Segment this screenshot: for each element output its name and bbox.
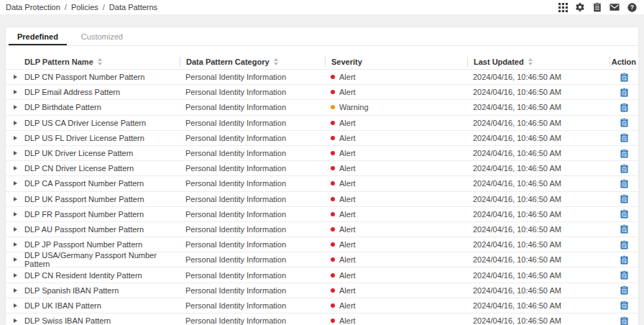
table-row: DLP Email Address Pattern Personal Ident…	[6, 84, 638, 99]
copy-action-button[interactable]	[620, 73, 628, 82]
expand-caret-icon[interactable]	[14, 257, 17, 262]
severity-label: Alert	[339, 88, 356, 96]
severity-label: Alert	[339, 73, 356, 81]
last-updated-cell: 2024/04/16, 10:46:50 AM	[467, 134, 610, 142]
category-cell: Personal Identity Information	[180, 119, 325, 127]
severity-cell: Alert	[325, 179, 467, 188]
pattern-name-cell: DLP USA/Germany Passport Number Pattern	[24, 251, 180, 268]
expand-caret-icon[interactable]	[14, 90, 17, 94]
severity-label: Alert	[339, 225, 356, 234]
pattern-name-cell: DLP CA Passport Number Pattern	[24, 179, 180, 188]
copy-action-button[interactable]	[620, 133, 628, 142]
copy-action-button[interactable]	[620, 240, 628, 250]
expand-caret-icon[interactable]	[14, 105, 17, 109]
expand-caret-icon[interactable]	[14, 319, 17, 323]
severity-label: Alert	[339, 149, 356, 157]
expand-caret-icon[interactable]	[14, 227, 17, 232]
severity-dot	[331, 197, 335, 201]
expand-caret-icon[interactable]	[14, 151, 17, 155]
sort-icon[interactable]	[274, 58, 278, 65]
clipboard-icon[interactable]	[592, 2, 602, 12]
expand-caret-icon[interactable]	[14, 136, 17, 140]
breadcrumb: Data Protection / Policies / Data Patter…	[6, 3, 157, 12]
table-row: DLP CN Driver License Pattern Personal I…	[6, 160, 638, 175]
column-label: Action	[612, 58, 636, 66]
expand-cell	[6, 121, 24, 125]
copy-action-button[interactable]	[620, 149, 628, 158]
breadcrumb-item-data-patterns[interactable]: Data Patterns	[109, 3, 157, 12]
severity-label: Alert	[339, 240, 356, 249]
column-header-last-updated[interactable]: Last Updated	[467, 57, 610, 67]
copy-action-button[interactable]	[620, 301, 628, 310]
last-updated-cell: 2024/04/16, 10:46:50 AM	[467, 103, 610, 111]
table-row: DLP Swiss IBAN Pattern Personal Identity…	[6, 313, 638, 325]
last-updated-cell: 2024/04/16, 10:46:50 AM	[467, 164, 610, 173]
breadcrumb-item-policies[interactable]: Policies	[71, 3, 98, 12]
expand-cell	[6, 303, 24, 308]
table-row: DLP UK IBAN Pattern Personal Identity In…	[6, 298, 638, 313]
severity-cell: Alert	[325, 88, 467, 96]
copy-action-button[interactable]	[620, 164, 628, 173]
copy-action-button[interactable]	[620, 224, 628, 234]
expand-caret-icon[interactable]	[14, 212, 17, 216]
category-cell: Personal Identity Information	[180, 103, 325, 111]
expand-cell	[6, 136, 24, 140]
sort-icon[interactable]	[528, 58, 533, 65]
severity-cell: Alert	[325, 164, 467, 173]
expand-caret-icon[interactable]	[14, 303, 17, 308]
expand-caret-icon[interactable]	[14, 288, 17, 293]
expand-caret-icon[interactable]	[14, 181, 17, 186]
expand-caret-icon[interactable]	[14, 273, 17, 278]
copy-action-button[interactable]	[620, 179, 628, 188]
severity-dot	[331, 75, 335, 79]
help-icon[interactable]: ?	[627, 2, 637, 12]
pattern-name-cell: DLP US CA Driver License Pattern	[24, 119, 180, 127]
last-updated-cell: 2024/04/16, 10:46:50 AM	[467, 119, 610, 127]
table-row: DLP AU Passport Number Pattern Personal …	[6, 221, 638, 237]
breadcrumb-separator: /	[65, 3, 67, 12]
breadcrumb-item-data-protection[interactable]: Data Protection	[6, 3, 60, 12]
expand-caret-icon[interactable]	[14, 197, 17, 201]
last-updated-cell: 2024/04/16, 10:46:50 AM	[467, 286, 610, 295]
sort-icon[interactable]	[98, 58, 102, 65]
copy-action-button[interactable]	[620, 316, 628, 325]
severity-cell: Alert	[325, 271, 467, 280]
severity-cell: Alert	[325, 301, 467, 310]
tab-predefined[interactable]: Predefined	[9, 27, 67, 45]
category-cell: Personal Identity Information	[180, 164, 325, 173]
expand-cell	[6, 319, 24, 323]
severity-label: Alert	[339, 316, 356, 325]
table-row: DLP UK Driver License Pattern Personal I…	[6, 145, 638, 160]
column-label: Severity	[331, 58, 362, 66]
apps-grid-icon[interactable]	[558, 2, 568, 12]
copy-action-button[interactable]	[620, 270, 628, 280]
copy-action-button[interactable]	[620, 209, 628, 219]
category-cell: Personal Identity Information	[180, 225, 325, 234]
copy-action-button[interactable]	[620, 88, 628, 97]
expand-caret-icon[interactable]	[14, 75, 17, 79]
copy-action-button[interactable]	[620, 118, 628, 127]
table-row: DLP US CA Driver License Pattern Persona…	[6, 115, 638, 130]
tab-customized[interactable]: Customized	[73, 27, 132, 45]
copy-action-button[interactable]	[620, 194, 628, 203]
column-header-category[interactable]: Data Pattern Category	[180, 57, 325, 67]
column-header-pattern-name[interactable]: DLP Pattern Name	[24, 58, 180, 66]
last-updated-cell: 2024/04/16, 10:46:50 AM	[467, 73, 610, 81]
expand-caret-icon[interactable]	[14, 242, 17, 247]
action-cell	[610, 133, 638, 142]
expand-caret-icon[interactable]	[14, 121, 17, 125]
mail-icon[interactable]	[610, 2, 620, 12]
column-label: Last Updated	[474, 58, 524, 66]
settings-gear-icon[interactable]	[575, 2, 585, 12]
copy-action-button[interactable]	[620, 285, 628, 295]
severity-cell: Alert	[325, 195, 467, 203]
severity-label: Alert	[339, 286, 356, 295]
copy-action-button[interactable]	[620, 255, 628, 265]
severity-label: Alert	[339, 210, 356, 219]
expand-caret-icon[interactable]	[14, 166, 17, 170]
severity-cell: Alert	[325, 210, 467, 219]
severity-dot	[331, 257, 335, 262]
expand-cell	[6, 90, 24, 94]
copy-action-button[interactable]	[620, 103, 628, 112]
expand-cell	[6, 257, 24, 262]
